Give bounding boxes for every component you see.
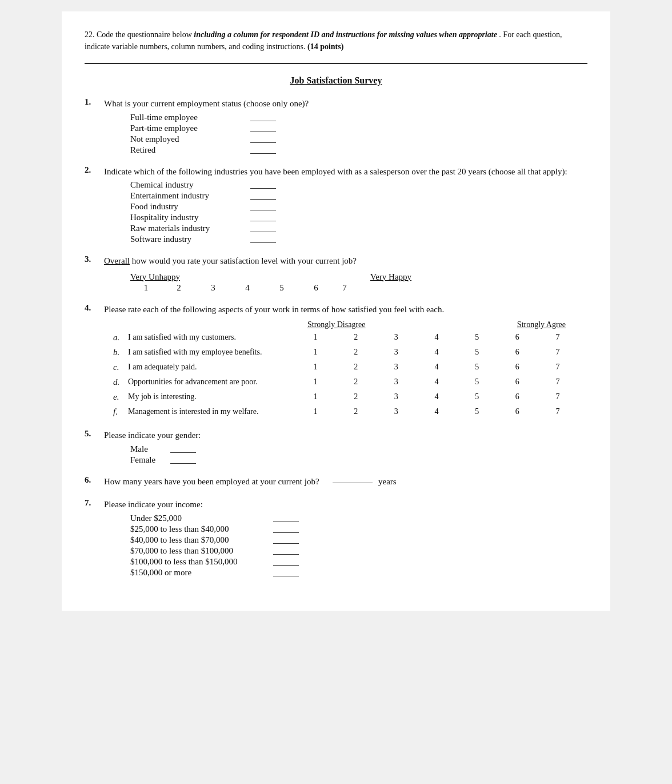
instruction-bold-italic: including a column for respondent ID and… bbox=[194, 30, 497, 39]
answer-blank bbox=[250, 142, 276, 143]
list-item: Part-time employee bbox=[130, 124, 587, 133]
list-item: $70,000 to less than $100,000 bbox=[130, 546, 587, 556]
q6-header: 6. How many years have you been employed… bbox=[85, 475, 587, 488]
q4-num: 1 bbox=[307, 346, 323, 359]
q4-num: 4 bbox=[429, 346, 445, 359]
q4-num: 5 bbox=[469, 391, 485, 403]
survey-title: Job Satisfaction Survey bbox=[85, 75, 587, 86]
divider bbox=[85, 63, 587, 64]
q4-num: 6 bbox=[509, 331, 525, 344]
q4-nums-b: 1 2 3 4 5 6 7 bbox=[305, 346, 566, 359]
q4-num: 1 bbox=[307, 405, 323, 418]
q4-sub-e: e. bbox=[113, 390, 125, 404]
answer-blank bbox=[250, 121, 276, 121]
q4-num: 6 bbox=[509, 405, 525, 418]
list-item: Female bbox=[130, 455, 587, 465]
option-label: $150,000 or more bbox=[130, 568, 267, 578]
q3-num: 3. bbox=[85, 254, 98, 268]
q4-sub-f: f. bbox=[113, 405, 125, 419]
q4-num: 6 bbox=[509, 376, 525, 388]
q4-num: 7 bbox=[550, 391, 566, 403]
answer-blank bbox=[273, 522, 299, 522]
q4-num: 4 bbox=[429, 376, 445, 388]
q4-num: 2 bbox=[348, 391, 364, 403]
q7-header: 7. Please indicate your income: bbox=[85, 498, 587, 511]
q4-num: 5 bbox=[469, 361, 485, 373]
q4-num: 5 bbox=[469, 346, 485, 359]
option-label: $100,000 to less than $150,000 bbox=[130, 557, 267, 567]
scale-num: 3 bbox=[196, 283, 230, 293]
list-item: Chemical industry bbox=[130, 180, 587, 190]
q2-header: 2. Indicate which of the following indus… bbox=[85, 165, 587, 178]
q2-text: Indicate which of the following industri… bbox=[104, 165, 587, 178]
answer-blank bbox=[273, 532, 299, 533]
q4-num: 3 bbox=[388, 361, 404, 373]
q4-stmt-d: Opportunities for advancement are poor. bbox=[128, 376, 305, 388]
scale-num: 1 bbox=[130, 283, 162, 293]
option-label: Full-time employee bbox=[130, 113, 245, 122]
q3-text: Overall how would you rate your satisfac… bbox=[104, 254, 587, 268]
list-item: $150,000 or more bbox=[130, 568, 587, 578]
answer-blank bbox=[250, 132, 276, 132]
q5-options: Male Female bbox=[130, 444, 587, 465]
q7-text: Please indicate your income: bbox=[104, 498, 587, 511]
q4-num: 5 bbox=[469, 331, 485, 344]
table-row: e. My job is interesting. 1 2 3 4 5 6 7 bbox=[113, 390, 566, 404]
q4-num: 3 bbox=[388, 405, 404, 418]
q5-text: Please indicate your gender: bbox=[104, 429, 587, 442]
q1-options: Full-time employee Part-time employee No… bbox=[130, 113, 587, 155]
q4-num: 3 bbox=[388, 346, 404, 359]
q4-header: 4. Please rate each of the following asp… bbox=[85, 303, 587, 316]
q4-num: 2 bbox=[348, 405, 364, 418]
answer-blank bbox=[250, 242, 276, 243]
q4-num: 1 bbox=[307, 376, 323, 388]
q4-num: 3 bbox=[388, 331, 404, 344]
table-row: b. I am satisfied with my employee benef… bbox=[113, 345, 566, 359]
question-4: 4. Please rate each of the following asp… bbox=[85, 303, 587, 419]
q4-nums-e: 1 2 3 4 5 6 7 bbox=[305, 391, 566, 403]
question-7: 7. Please indicate your income: Under $2… bbox=[85, 498, 587, 578]
q2-num: 2. bbox=[85, 165, 98, 178]
q4-sub-a: a. bbox=[113, 331, 125, 344]
q4-num: 7 bbox=[550, 346, 566, 359]
answer-blank bbox=[250, 221, 276, 221]
q6-num: 6. bbox=[85, 475, 98, 488]
q4-num: 4 bbox=[429, 405, 445, 418]
q4-sub-d: d. bbox=[113, 375, 125, 389]
q4-num: 7 bbox=[550, 331, 566, 344]
option-label: Hospitality industry bbox=[130, 213, 245, 222]
option-label: Male bbox=[130, 444, 165, 454]
option-label: $25,000 to less than $40,000 bbox=[130, 524, 267, 534]
answer-blank bbox=[273, 565, 299, 566]
q6-text: How many years have you been employed at… bbox=[104, 475, 587, 488]
instruction-before: Code the questionnaire below bbox=[97, 30, 192, 39]
q4-num: 2 bbox=[348, 376, 364, 388]
table-row: f. Management is interested in my welfar… bbox=[113, 405, 566, 419]
scale-num: 2 bbox=[162, 283, 196, 293]
option-label: Software industry bbox=[130, 234, 245, 244]
option-label: Entertainment industry bbox=[130, 191, 245, 201]
q4-num: 1 bbox=[307, 361, 323, 373]
question-5: 5. Please indicate your gender: Male Fem… bbox=[85, 429, 587, 465]
q3-numbers: 1 2 3 4 5 6 7 bbox=[130, 283, 587, 293]
scale-num: 5 bbox=[265, 283, 299, 293]
option-label: Not employed bbox=[130, 134, 245, 144]
question-2: 2. Indicate which of the following indus… bbox=[85, 165, 587, 245]
q4-num: 6 bbox=[509, 391, 525, 403]
question-6: 6. How many years have you been employed… bbox=[85, 475, 587, 488]
q4-num: 1 bbox=[307, 391, 323, 403]
q4-table: Strongly Disagree Strongly Agree a. I am… bbox=[113, 320, 566, 419]
q4-sub-b: b. bbox=[113, 345, 125, 359]
q4-text: Please rate each of the following aspect… bbox=[104, 303, 587, 316]
q4-nums-a: 1 2 3 4 5 6 7 bbox=[305, 331, 566, 344]
answer-blank bbox=[250, 199, 276, 200]
q4-header-labels: Strongly Disagree Strongly Agree bbox=[307, 320, 566, 329]
q4-num: 2 bbox=[348, 361, 364, 373]
q4-num: 6 bbox=[509, 346, 525, 359]
option-label: Retired bbox=[130, 145, 245, 155]
list-item: $100,000 to less than $150,000 bbox=[130, 557, 587, 567]
q3-underline: Overall bbox=[104, 256, 130, 265]
instruction-text: 22. Code the questionnaire below includi… bbox=[85, 29, 587, 53]
list-item: $25,000 to less than $40,000 bbox=[130, 524, 587, 534]
q7-num: 7. bbox=[85, 498, 98, 511]
